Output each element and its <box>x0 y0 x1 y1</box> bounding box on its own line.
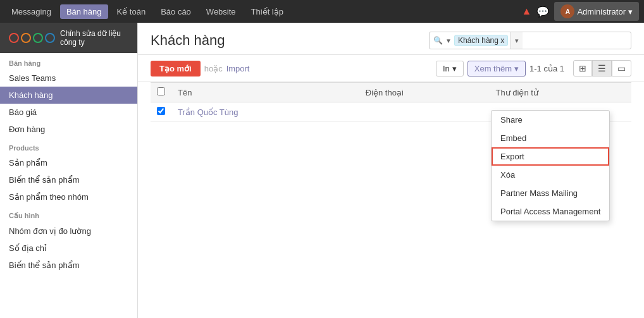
dropdown-portal-access[interactable]: Portal Access Management <box>492 202 609 221</box>
xem-them-button[interactable]: Xem thêm ▾ <box>468 61 526 76</box>
main-header: Khách hàng 🔍 ▼ Khách hàng x ▾ <box>138 23 644 55</box>
or-label: hoặc <box>204 64 223 73</box>
sidebar-section-cauhinh: Cấu hình <box>0 205 137 223</box>
sidebar-item-salesteams[interactable]: Sales Teams <box>0 70 137 87</box>
row-checkbox[interactable] <box>157 107 165 115</box>
sidebar-item-nhomdonvi[interactable]: Nhóm đơn vị đo lường <box>0 223 137 240</box>
xem-them-dropdown: Share Embed Export Xóa Partner Mass Mail… <box>491 110 610 221</box>
print-button[interactable]: In ▾ <box>436 61 464 76</box>
logo-circle-3 <box>33 33 43 43</box>
filter-icon: ▼ <box>445 37 452 44</box>
select-all-checkbox[interactable] <box>157 87 165 95</box>
kanban-view-button[interactable]: ▭ <box>612 60 631 76</box>
company-logo <box>9 33 55 43</box>
row-checkbox-cell <box>151 102 171 122</box>
sidebar-item-donhang[interactable]: Đơn hàng <box>0 121 137 138</box>
th-email: Thư điện tử <box>490 83 631 102</box>
admin-button[interactable]: A Administrator ▾ <box>554 2 639 21</box>
sidebar-item-sanpham[interactable]: Sản phẩm <box>0 154 137 171</box>
page-title: Khách hàng <box>151 32 225 49</box>
sidebar-section-products: Products <box>0 138 137 154</box>
nav-banhang[interactable]: Bán hàng <box>60 4 108 19</box>
main-content: Khách hàng 🔍 ▼ Khách hàng x ▾ Tạo mới ho… <box>138 23 644 318</box>
sidebar: Chỉnh sửa dữ liệu công ty Bán hàng Sales… <box>0 23 138 318</box>
print-label: In <box>443 64 450 73</box>
row-phone <box>359 102 490 122</box>
sidebar-item-baogía[interactable]: Báo giá <box>0 104 137 121</box>
nav-baocao[interactable]: Báo cáo <box>154 4 197 19</box>
company-label: Chỉnh sửa dữ liệu công ty <box>60 29 128 47</box>
th-name: Tên <box>171 83 359 102</box>
xem-them-chevron-icon: ▾ <box>514 64 519 73</box>
search-options-button[interactable]: ▾ <box>511 32 523 49</box>
sidebar-company[interactable]: Chỉnh sửa dữ liệu công ty <box>0 23 137 53</box>
logo-circle-2 <box>21 33 31 43</box>
toolbar: Tạo mới hoặc Import In ▾ Xem thêm ▾ 1-1 … <box>138 55 644 82</box>
sidebar-item-khachhang[interactable]: Khách hàng <box>0 87 137 104</box>
admin-label: Administrator <box>577 7 626 16</box>
list-view-button[interactable]: ☰ <box>592 60 612 76</box>
search-tag[interactable]: Khách hàng x <box>454 35 508 46</box>
pagination-info: 1-1 của 1 <box>529 64 564 73</box>
xem-them-label: Xem thêm <box>474 64 512 73</box>
dropdown-embed[interactable]: Embed <box>492 129 609 147</box>
dropdown-share[interactable]: Share <box>492 111 609 129</box>
chevron-down-icon: ▾ <box>628 7 633 16</box>
main-layout: Chỉnh sửa dữ liệu công ty Bán hàng Sales… <box>0 23 644 318</box>
avatar: A <box>560 4 574 18</box>
import-button[interactable]: Import <box>226 64 250 73</box>
th-checkbox <box>151 83 171 102</box>
dropdown-export[interactable]: Export <box>492 147 609 166</box>
nav-website[interactable]: Website <box>200 4 242 19</box>
dropdown-mass-mailing[interactable]: Partner Mass Mailing <box>492 184 609 202</box>
print-chevron-icon: ▾ <box>452 64 457 73</box>
logo-circle-1 <box>9 33 19 43</box>
sidebar-item-sodiacchi[interactable]: Số địa chỉ <box>0 240 137 257</box>
top-navbar: Messaging Bán hàng Kế toán Báo cáo Websi… <box>0 0 644 23</box>
sidebar-item-sanphamtheonhom[interactable]: Sản phẩm theo nhóm <box>0 188 137 205</box>
search-bar: 🔍 ▼ Khách hàng x ▾ <box>429 32 631 49</box>
view-buttons: ⊞ ☰ ▭ <box>573 60 631 76</box>
dropdown-xoa[interactable]: Xóa <box>492 166 609 184</box>
row-name: Trần Quốc Tùng <box>171 102 359 122</box>
nav-ketoan[interactable]: Kế toán <box>111 4 152 19</box>
search-icon: 🔍 <box>433 36 443 45</box>
sidebar-item-bienthesanpham[interactable]: Biến thể sản phẩm <box>0 257 137 274</box>
sidebar-item-bienth[interactable]: Biến thể sản phẩm <box>0 171 137 188</box>
nav-messaging[interactable]: Messaging <box>5 4 58 19</box>
top-nav-right: ▲ 💬 A Administrator ▾ <box>522 2 639 21</box>
create-button[interactable]: Tạo mới <box>151 61 201 76</box>
chat-icon[interactable]: 💬 <box>536 6 549 18</box>
alert-icon[interactable]: ▲ <box>522 6 532 17</box>
nav-thietlap[interactable]: Thiết lập <box>245 4 290 19</box>
search-tag-label: Khách hàng x <box>458 36 504 45</box>
th-phone: Điện thoại <box>359 83 490 102</box>
grid-view-button[interactable]: ⊞ <box>573 60 592 76</box>
sidebar-section-banhang: Bán hàng <box>0 53 137 70</box>
logo-circle-4 <box>45 33 55 43</box>
